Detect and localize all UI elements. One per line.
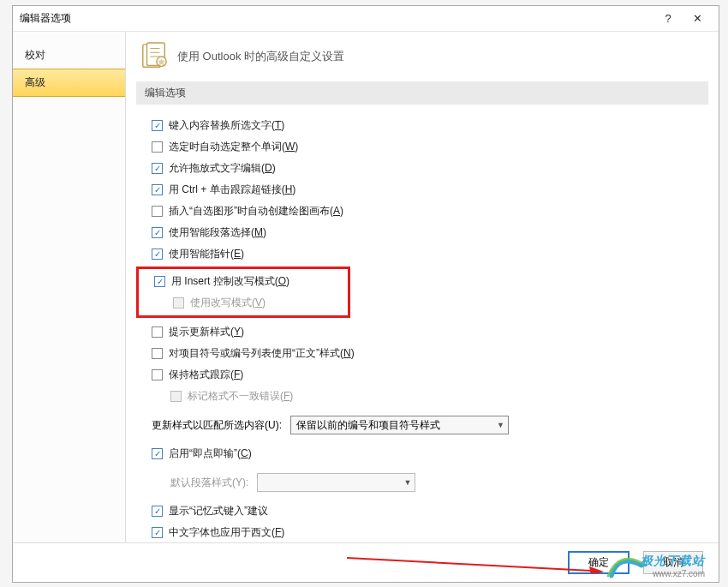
option-row: ✓允许拖放式文字编辑(D) [152, 158, 705, 179]
option-label: 用 Insert 控制改写模式(O) [171, 274, 289, 289]
checkbox[interactable]: ✓ [152, 506, 163, 517]
option-row: ✓用 Insert 控制改写模式(O) [154, 271, 348, 292]
content-panel: 使用 Outlook 时的高级自定义设置 编辑选项 ✓键入内容替换所选文字(T)… [126, 32, 719, 542]
checkbox[interactable]: ✓ [152, 184, 163, 195]
annotation-arrow [347, 556, 604, 573]
settings-icon [140, 42, 169, 71]
dialog-title: 编辑器选项 [20, 11, 653, 26]
checkbox: ✓ [173, 297, 184, 308]
cancel-button[interactable]: 取消 [643, 551, 703, 574]
option-label: 对项目符号或编号列表使用“正文”样式(N) [169, 346, 355, 361]
option-row: ✓插入“自选图形”时自动创建绘图画布(A) [152, 201, 705, 222]
sidebar-item-proofing[interactable]: 校对 [13, 42, 125, 69]
chevron-down-icon: ▼ [403, 478, 411, 487]
option-label: 选定时自动选定整个单词(W) [169, 140, 298, 154]
option-label: 显示“记忆式键入”建议 [169, 504, 268, 518]
option-label: 使用智能指针(E) [169, 247, 244, 261]
ok-button[interactable]: 确定 [568, 551, 630, 574]
option-row: ✓启用“即点即输”(C) [152, 443, 705, 464]
default-para-combo: ▼ [257, 473, 415, 492]
option-row: ✓选定时自动选定整个单词(W) [152, 136, 705, 158]
highlight-annotation: ✓用 Insert 控制改写模式(O)✓使用改写模式(V) [136, 267, 350, 318]
option-label: 标记格式不一致错误(F) [188, 389, 293, 404]
option-row: ✓标记格式不一致错误(F) [170, 386, 705, 407]
option-row: ✓保持格式跟踪(F) [152, 364, 705, 386]
header-text: 使用 Outlook 时的高级自定义设置 [177, 49, 344, 64]
close-button[interactable]: ✕ [683, 9, 712, 29]
svg-line-6 [347, 558, 591, 571]
update-style-label: 更新样式以匹配所选内容(U): [152, 418, 282, 433]
default-para-label: 默认段落样式(Y): [170, 476, 248, 490]
dialog-body: 校对 高级 使用 Outlook 时的高级自定义设置 [13, 32, 719, 542]
checkbox[interactable]: ✓ [154, 276, 165, 287]
section-title: 编辑选项 [136, 81, 708, 105]
option-row: ✓显示“记忆式键入”建议 [152, 500, 705, 522]
option-row: ✓对项目符号或编号列表使用“正文”样式(N) [152, 343, 705, 364]
chevron-down-icon: ▼ [497, 421, 504, 429]
option-label: 插入“自选图形”时自动创建绘图画布(A) [169, 204, 343, 219]
checkbox[interactable]: ✓ [152, 120, 163, 131]
checkbox: ✓ [170, 391, 182, 402]
option-label: 使用智能段落选择(M) [169, 225, 266, 240]
checkbox[interactable]: ✓ [152, 369, 163, 380]
option-row: ✓中文字体也应用于西文(F) [152, 522, 705, 542]
option-label: 键入内容替换所选文字(T) [169, 118, 284, 133]
option-label: 用 Ctrl + 单击跟踪超链接(H) [169, 183, 295, 197]
editor-options-dialog: 编辑器选项 ? ✕ 校对 高级 [12, 5, 719, 583]
sidebar: 校对 高级 [13, 32, 126, 542]
checkbox[interactable]: ✓ [152, 348, 163, 359]
option-label: 使用改写模式(V) [190, 296, 266, 310]
options-list-2: ✓启用“即点即输”(C) [136, 443, 708, 468]
header-row: 使用 Outlook 时的高级自定义设置 [136, 39, 708, 81]
option-label: 保持格式跟踪(F) [169, 368, 243, 382]
options-list: ✓键入内容替换所选文字(T)✓选定时自动选定整个单词(W)✓允许拖放式文字编辑(… [136, 111, 708, 410]
option-row: ✓使用改写模式(V) [173, 292, 348, 314]
option-label: 提示更新样式(Y) [169, 325, 244, 339]
update-style-combo[interactable]: 保留以前的编号和项目符号样式 ▼ [290, 416, 509, 434]
checkbox[interactable]: ✓ [152, 448, 163, 459]
option-row: ✓键入内容替换所选文字(T) [152, 115, 705, 136]
sidebar-item-advanced[interactable]: 高级 [13, 69, 125, 97]
options-list-3: ✓显示“记忆式键入”建议✓中文字体也应用于西文(F)✓输入法控制处于活动状态(A… [136, 500, 708, 542]
checkbox[interactable]: ✓ [152, 326, 163, 338]
footer: 确定 取消 [13, 542, 719, 582]
option-row: ✓使用智能段落选择(M) [152, 222, 705, 243]
help-button[interactable]: ? [653, 9, 683, 29]
checkbox[interactable]: ✓ [152, 206, 163, 217]
update-style-row: 更新样式以匹配所选内容(U): 保留以前的编号和项目符号样式 ▼ [136, 410, 708, 443]
checkbox[interactable]: ✓ [152, 141, 163, 153]
checkbox[interactable]: ✓ [152, 527, 163, 538]
option-row: ✓提示更新样式(Y) [152, 321, 705, 343]
option-label: 中文字体也应用于西文(F) [169, 525, 284, 540]
option-row: ✓用 Ctrl + 单击跟踪超链接(H) [152, 179, 705, 201]
default-para-row: 默认段落样式(Y): ▼ [136, 468, 708, 500]
option-label: 启用“即点即输”(C) [169, 446, 252, 461]
option-label: 允许拖放式文字编辑(D) [169, 161, 276, 176]
checkbox[interactable]: ✓ [152, 249, 163, 260]
checkbox[interactable]: ✓ [152, 163, 163, 174]
checkbox[interactable]: ✓ [152, 227, 163, 238]
option-row: ✓使用智能指针(E) [152, 243, 705, 265]
titlebar: 编辑器选项 ? ✕ [13, 6, 719, 32]
